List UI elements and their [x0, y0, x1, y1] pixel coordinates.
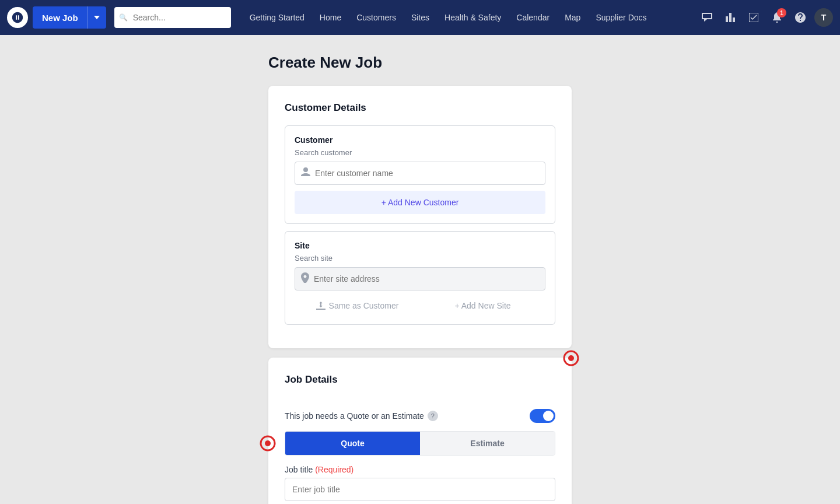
new-job-button[interactable]: New Job: [33, 6, 88, 29]
annotation-left: [259, 435, 276, 452]
nav-links: Getting Started Home Customers Sites Hea…: [243, 0, 693, 35]
nav-link-health-safety[interactable]: Health & Safety: [438, 0, 508, 35]
site-actions: Same as Customer + Add New Site: [295, 296, 545, 315]
add-new-site-button[interactable]: + Add New Site: [420, 296, 545, 315]
site-address-input[interactable]: [314, 274, 539, 284]
new-job-group: New Job: [33, 6, 106, 29]
help-icon[interactable]: ?: [428, 411, 438, 421]
customer-details-card: Customer Details Customer Search custome…: [268, 86, 572, 348]
stats-button[interactable]: [721, 8, 740, 27]
app-logo[interactable]: [7, 7, 28, 28]
job-details-title: Job Details: [285, 374, 338, 386]
nav-icons: 1 T: [698, 8, 833, 27]
notifications-button[interactable]: 1: [768, 8, 786, 27]
job-title-label: Job title (Required): [285, 465, 555, 474]
job-details-header: Job Details: [285, 374, 555, 397]
quote-estimate-tabs: Quote Estimate: [285, 431, 555, 456]
location-icon: [301, 272, 309, 285]
help-button[interactable]: [791, 8, 810, 27]
job-details-card: Job Details This job needs a Quote or an…: [268, 358, 572, 504]
nav-link-map[interactable]: Map: [558, 0, 587, 35]
site-search-input-wrap: [295, 267, 545, 290]
nav-link-getting-started[interactable]: Getting Started: [243, 0, 312, 35]
nav-link-supplier-docs[interactable]: Supplier Docs: [589, 0, 653, 35]
customer-search-sublabel: Search customer: [295, 148, 545, 157]
svg-point-2: [568, 355, 574, 361]
quote-estimate-toggle[interactable]: [530, 409, 555, 423]
customer-field-label: Customer: [295, 135, 545, 145]
site-search-sublabel: Search site: [295, 254, 545, 262]
search-input[interactable]: [114, 7, 231, 28]
same-as-customer-button[interactable]: Same as Customer: [295, 296, 420, 315]
navbar: New Job Getting Started Home Customers S…: [0, 0, 840, 35]
quote-estimate-toggle-row: This job needs a Quote or an Estimate ?: [285, 409, 555, 423]
add-new-customer-button[interactable]: + Add New Customer: [295, 191, 545, 214]
new-job-dropdown-button[interactable]: [88, 6, 106, 29]
nav-link-calendar[interactable]: Calendar: [509, 0, 556, 35]
notification-badge: 1: [777, 8, 786, 18]
required-tag: (Required): [315, 465, 354, 474]
site-field-label: Site: [295, 241, 545, 250]
svg-point-4: [265, 440, 271, 446]
main-content: Create New Job Customer Details Customer…: [0, 35, 840, 504]
nav-link-home[interactable]: Home: [313, 0, 348, 35]
nav-link-sites[interactable]: Sites: [404, 0, 436, 35]
customer-field-group: Customer Search customer + Add New Custo…: [285, 125, 555, 224]
customer-search-input-wrap: [295, 162, 545, 185]
page-title: Create New Job: [268, 54, 382, 72]
customer-details-title: Customer Details: [285, 102, 555, 114]
messages-button[interactable]: [698, 8, 716, 27]
search-wrap: [114, 7, 231, 28]
add-new-site-label: + Add New Site: [454, 301, 510, 310]
customer-name-input[interactable]: [315, 169, 539, 178]
tasks-button[interactable]: [744, 8, 763, 27]
estimate-tab-button[interactable]: Estimate: [420, 432, 555, 455]
quote-estimate-tabs-wrap: Quote Estimate: [285, 431, 555, 456]
job-title-section: Job title (Required): [285, 465, 555, 501]
site-field-group: Site Search site Same as Customer + Add …: [285, 231, 555, 325]
annotation-top-right: [562, 349, 580, 367]
nav-link-customers[interactable]: Customers: [349, 0, 403, 35]
avatar[interactable]: T: [814, 8, 833, 27]
quote-tab-button[interactable]: Quote: [285, 432, 420, 455]
person-icon: [301, 167, 310, 179]
quote-estimate-label: This job needs a Quote or an Estimate ?: [285, 411, 438, 421]
job-title-input[interactable]: [285, 478, 555, 501]
same-as-customer-label: Same as Customer: [329, 301, 399, 310]
